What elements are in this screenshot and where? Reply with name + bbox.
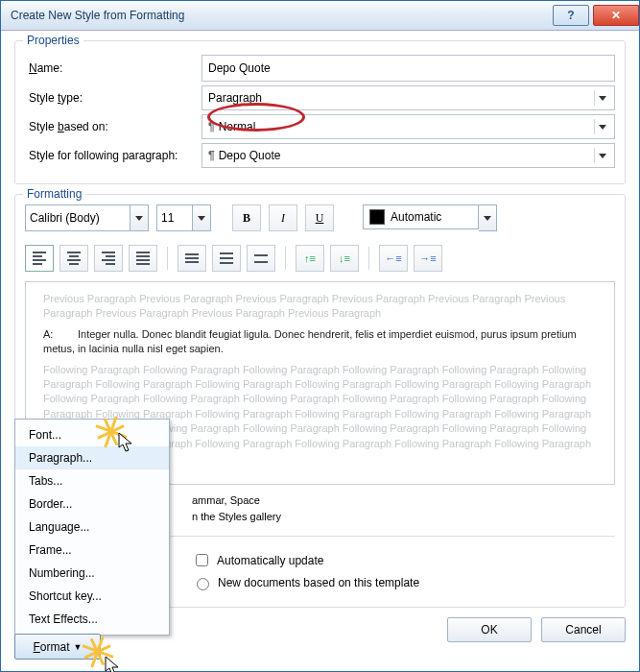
chevron-down-icon	[594, 119, 610, 134]
format-button[interactable]: FFormatormat ▼	[14, 634, 101, 660]
chevron-down-icon	[479, 204, 497, 231]
font-toolbar: B I U Automatic	[25, 204, 615, 231]
menu-paragraph[interactable]: Paragraph...	[15, 446, 169, 469]
spacing-medium-button[interactable]	[212, 245, 241, 272]
ok-button[interactable]: OK	[447, 617, 532, 642]
based-on-label: Style based on:	[25, 120, 201, 133]
spacing-single-button[interactable]	[178, 245, 206, 272]
window-title: Create New Style from Formatting	[11, 9, 553, 22]
cancel-button[interactable]: Cancel	[541, 617, 626, 642]
menu-frame[interactable]: Frame...	[15, 539, 169, 562]
style-type-label: Style type:	[25, 91, 201, 105]
align-left-button[interactable]	[25, 245, 54, 272]
align-justify-button[interactable]	[129, 245, 157, 272]
color-swatch-icon	[369, 209, 385, 225]
space-after-button[interactable]: ↓≡	[330, 245, 359, 272]
align-right-button[interactable]	[94, 245, 123, 272]
formatting-label: Formatting	[23, 187, 85, 201]
following-select[interactable]: ¶Depo Quote	[201, 143, 615, 168]
increase-indent-button[interactable]: →≡	[414, 245, 442, 272]
based-on-select[interactable]: ¶Normal	[201, 114, 615, 139]
font-size-select[interactable]	[156, 204, 211, 231]
menu-shortcut[interactable]: Shortcut key...	[15, 585, 169, 608]
space-before-button[interactable]: ↑≡	[296, 245, 324, 272]
auto-update-checkbox[interactable]: Automatically update	[192, 551, 611, 569]
close-button[interactable]: ✕	[593, 5, 639, 26]
underline-button[interactable]: U	[305, 204, 334, 231]
chevron-down-icon	[594, 148, 610, 163]
name-label: Name:	[25, 61, 201, 75]
menu-numbering[interactable]: Numbering...	[15, 562, 169, 585]
paragraph-toolbar: ↑≡ ↓≡ ←≡ →≡	[25, 245, 615, 272]
chevron-down-icon	[594, 90, 610, 106]
menu-language[interactable]: Language...	[15, 516, 169, 539]
align-center-button[interactable]	[59, 245, 88, 272]
menu-text-effects[interactable]: Text Effects...	[15, 608, 169, 631]
titlebar: Create New Style from Formatting ? ✕	[1, 1, 639, 31]
bold-button[interactable]: B	[232, 204, 261, 231]
font-color-select[interactable]: Automatic	[363, 204, 497, 231]
properties-group: Properties Name: Style type: Paragraph S…	[14, 40, 626, 184]
font-family-select[interactable]	[25, 204, 149, 231]
help-button[interactable]: ?	[553, 5, 589, 26]
spacing-double-button[interactable]	[247, 245, 275, 272]
menu-font[interactable]: Font...	[15, 423, 169, 446]
properties-label: Properties	[23, 34, 83, 47]
italic-button[interactable]: I	[269, 204, 297, 231]
format-menu: Font... Paragraph... Tabs... Border... L…	[14, 419, 170, 636]
preview-sample: A:Integer nulla. Donec blandit feugiat l…	[43, 327, 597, 357]
decrease-indent-button[interactable]: ←≡	[379, 245, 408, 272]
new-docs-radio[interactable]: New documents based on this template	[192, 575, 419, 590]
cursor-icon	[105, 656, 122, 672]
style-type-select[interactable]: Paragraph	[201, 85, 615, 110]
style-type-value: Paragraph	[208, 91, 262, 105]
menu-tabs[interactable]: Tabs...	[15, 469, 169, 492]
name-input[interactable]	[201, 55, 615, 82]
following-label: Style for following paragraph:	[25, 149, 201, 162]
menu-border[interactable]: Border...	[15, 492, 169, 516]
chevron-down-icon	[193, 204, 211, 231]
preview-previous: Previous Paragraph Previous Paragraph Pr…	[43, 292, 597, 322]
chevron-down-icon	[130, 204, 149, 231]
create-style-dialog: Create New Style from Formatting ? ✕ Pro…	[0, 0, 640, 672]
